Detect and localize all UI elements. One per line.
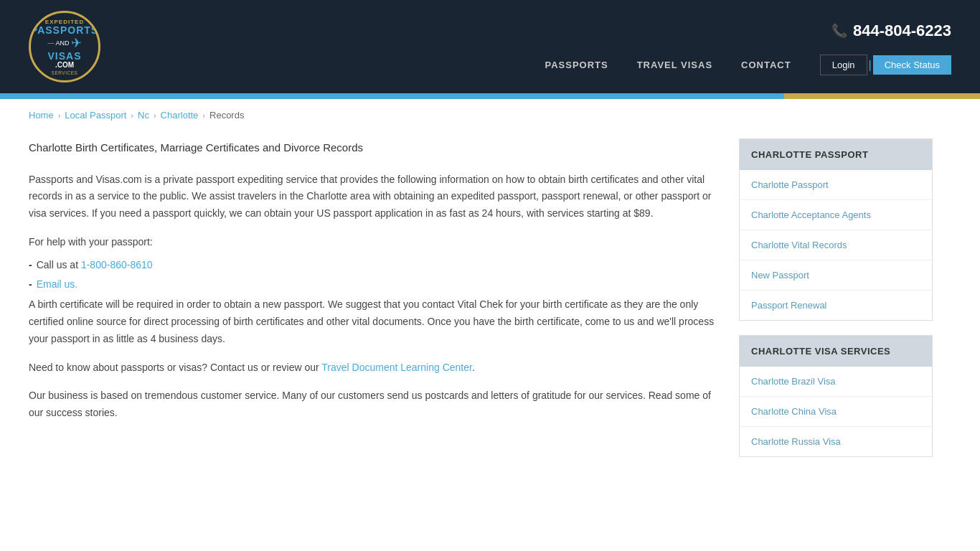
nav-passports[interactable]: PASSPORTS [545, 60, 608, 70]
breadcrumb-home[interactable]: Home [29, 110, 54, 121]
logo-passports: PASSPORTS [31, 25, 98, 35]
breadcrumb-sep4: › [202, 111, 205, 120]
phone-icon: 📞 [831, 23, 847, 39]
breadcrumb: Home › Local Passport › Nc › Charlotte ›… [0, 99, 980, 131]
paragraph-3-end: . [472, 362, 475, 373]
sidebar-link-charlotte-passport[interactable]: Charlotte Passport [740, 170, 932, 199]
check-status-button[interactable]: Check Status [873, 55, 951, 75]
bullet-1: - Call us at 1-800-860-8610 [29, 257, 717, 274]
passport-section-header: CHARLOTTE PASSPORT [740, 139, 932, 170]
breadcrumb-nc[interactable]: Nc [138, 110, 149, 121]
bullet-2: - Email us. [29, 276, 717, 293]
bullet-dash-2: - [29, 276, 32, 293]
sidebar-link-charlotte-vital-records[interactable]: Charlotte Vital Records [740, 230, 932, 260]
bullet-1-text: Call us at 1-800-860-8610 [37, 257, 153, 274]
phone-area: 📞 844-804-6223 [831, 22, 951, 40]
paragraph-3: Need to know about passports or visas? C… [29, 359, 717, 377]
bullet-dash-1: - [29, 257, 32, 274]
sidebar-link-charlotte-china-visa[interactable]: Charlotte China Visa [740, 396, 932, 426]
passport-sidebar-section: CHARLOTTE PASSPORT Charlotte Passport Ch… [739, 138, 933, 321]
sidebar-link-charlotte-brazil-visa[interactable]: Charlotte Brazil Visa [740, 367, 932, 396]
paragraph-4: Our business is based on tremendous cust… [29, 387, 717, 422]
sidebar: CHARLOTTE PASSPORT Charlotte Passport Ch… [739, 138, 933, 471]
visa-section-header: CHARLOTTE VISA SERVICES [740, 336, 932, 367]
btn-divider: | [867, 59, 873, 72]
breadcrumb-local-passport[interactable]: Local Passport [65, 110, 126, 121]
nav-contact[interactable]: CONTACT [741, 60, 791, 70]
login-button[interactable]: Login [820, 55, 867, 75]
logo-com: .COM [31, 61, 98, 69]
paragraph-2: A birth certificate will be required in … [29, 296, 717, 347]
logo: EXPEDITED PASSPORTS — AND ✈ VISAS .COM S… [29, 11, 100, 83]
breadcrumb-charlotte[interactable]: Charlotte [161, 110, 199, 121]
auth-buttons: Login | Check Status [820, 55, 951, 75]
logo-area: EXPEDITED PASSPORTS — AND ✈ VISAS .COM S… [29, 11, 100, 83]
phone-number: 844-804-6223 [853, 22, 951, 40]
sidebar-link-new-passport[interactable]: New Passport [740, 260, 932, 290]
nav-area: PASSPORTS TRAVEL VISAS CONTACT Login | C… [545, 55, 951, 75]
breadcrumb-sep2: › [131, 111, 133, 120]
page-title: Charlotte Birth Certificates, Marriage C… [29, 138, 717, 157]
breadcrumb-sep1: › [58, 111, 61, 120]
logo-and: — AND ✈ [31, 35, 98, 51]
color-bar [0, 93, 980, 99]
help-heading: For help with your passport: [29, 234, 717, 251]
email-link[interactable]: Email us. [37, 276, 78, 293]
sidebar-link-passport-renewal[interactable]: Passport Renewal [740, 290, 932, 320]
header: EXPEDITED PASSPORTS — AND ✈ VISAS .COM S… [0, 0, 980, 93]
nav-travel-visas[interactable]: TRAVEL VISAS [637, 60, 712, 70]
logo-visas: VISAS [31, 51, 98, 61]
phone-link[interactable]: 1-800-860-8610 [81, 259, 153, 270]
bullet-1-prefix: Call us at [37, 259, 81, 270]
paragraph-1: Passports and Visas.com is a private pas… [29, 171, 717, 222]
main-container: Charlotte Birth Certificates, Marriage C… [0, 131, 980, 500]
visa-sidebar-section: CHARLOTTE VISA SERVICES Charlotte Brazil… [739, 335, 933, 457]
logo-services: SERVICES [31, 70, 98, 75]
content-area: Charlotte Birth Certificates, Marriage C… [29, 138, 717, 471]
breadcrumb-sep3: › [154, 111, 156, 120]
sidebar-link-charlotte-acceptance-agents[interactable]: Charlotte Acceptance Agents [740, 199, 932, 230]
paragraph-3-prefix: Need to know about passports or visas? C… [29, 362, 321, 373]
breadcrumb-current: Records [209, 110, 244, 121]
sidebar-link-charlotte-russia-visa[interactable]: Charlotte Russia Visa [740, 426, 932, 456]
travel-doc-link[interactable]: Travel Document Learning Center [321, 362, 472, 373]
